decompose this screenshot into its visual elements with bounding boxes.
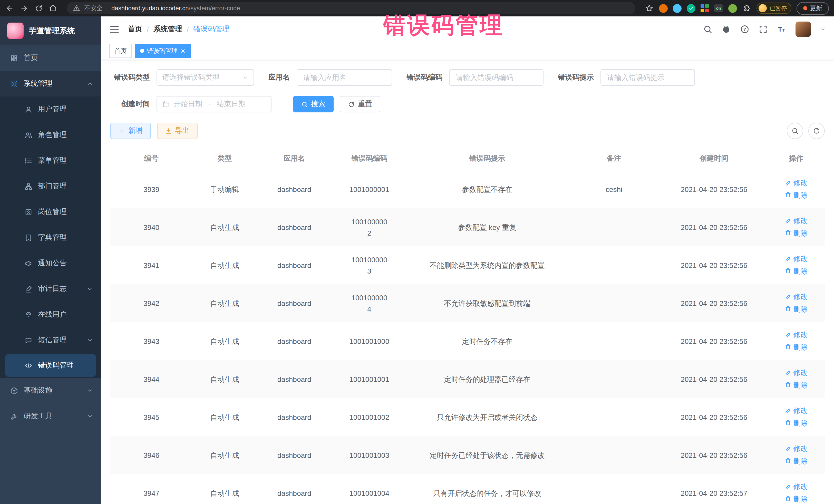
extension-icon-leaf[interactable]: [728, 4, 737, 13]
extension-icon-green[interactable]: [687, 4, 696, 13]
tab-home[interactable]: 首页: [109, 44, 132, 58]
sidebar-item-home[interactable]: 首页: [0, 45, 101, 71]
github-icon[interactable]: [722, 25, 731, 34]
edit-link[interactable]: 修改: [785, 177, 808, 188]
extension-icon-orange[interactable]: [659, 4, 668, 13]
breadcrumb-separator: /: [187, 25, 189, 34]
close-icon[interactable]: [180, 48, 186, 53]
reload-icon[interactable]: [34, 4, 43, 13]
sidebar-item-error-code[interactable]: 错误码管理: [5, 354, 96, 377]
sidebar-logo[interactable]: 芋道管理系统: [0, 17, 101, 45]
table-row: 3940 自动生成 dashboard 1001000002 参数配置 key …: [110, 208, 825, 246]
select-placeholder: 请选择错误码类型: [162, 73, 220, 82]
edit-link[interactable]: 修改: [785, 253, 808, 264]
toggle-search-button[interactable]: [787, 123, 803, 139]
refresh-icon: [348, 101, 355, 108]
search-button[interactable]: 搜索: [293, 96, 334, 112]
edit-link[interactable]: 修改: [785, 443, 808, 454]
error-hint-input[interactable]: [600, 69, 695, 86]
reset-button[interactable]: 重置: [340, 96, 380, 112]
sidebar-item-users[interactable]: 用户管理: [0, 96, 101, 122]
extension-icon-blue[interactable]: [673, 4, 682, 13]
sidebar-item-dictionary[interactable]: 字典管理: [0, 225, 101, 250]
delete-link[interactable]: 删除: [785, 341, 808, 352]
caret-down-icon[interactable]: [820, 26, 826, 32]
trash-icon: [785, 457, 791, 464]
filter-create-time: 创建时间 开始日期 - 结束日期: [110, 96, 271, 112]
hamburger-icon[interactable]: [109, 24, 119, 35]
page-content: 错误码类型 请选择错误码类型 应用名 错误码编码: [101, 60, 834, 504]
edit-icon: [785, 407, 791, 414]
address-bar[interactable]: 不安全 dashboard.yudao.iocoder.cn/system/er…: [67, 2, 635, 14]
chevron-down-icon: [87, 286, 93, 292]
delete-link[interactable]: 删除: [785, 379, 808, 390]
delete-link[interactable]: 删除: [785, 417, 808, 428]
delete-link[interactable]: 删除: [785, 265, 808, 277]
delete-link[interactable]: 删除: [785, 303, 808, 314]
cell-remark: [568, 246, 660, 284]
breadcrumb-home[interactable]: 首页: [128, 25, 142, 34]
sidebar-item-posts[interactable]: 岗位管理: [0, 199, 101, 225]
error-code-input[interactable]: [449, 69, 544, 86]
sidebar-item-roles[interactable]: 角色管理: [0, 122, 101, 148]
help-icon[interactable]: ?: [740, 25, 749, 34]
table-row: 3943 自动生成 dashboard 1001001000 定时任务不存在 2…: [110, 322, 825, 360]
back-icon[interactable]: [5, 4, 14, 13]
profile-paused-badge[interactable]: 已暂停: [756, 3, 791, 14]
extension-icon-dark[interactable]: on: [714, 4, 723, 12]
tab-error-code[interactable]: 错误码管理: [135, 44, 191, 58]
sidebar-item-dev-tools[interactable]: 研发工具: [0, 403, 101, 429]
delete-link[interactable]: 删除: [785, 493, 808, 504]
extension-on-badge: on: [716, 6, 721, 10]
add-button[interactable]: 新增: [110, 123, 151, 139]
cell-type: 自动生成: [193, 246, 257, 284]
home-icon[interactable]: [48, 4, 58, 13]
cell-type: 自动生成: [193, 360, 257, 398]
avatar[interactable]: [795, 22, 811, 37]
date-range-picker[interactable]: 开始日期 - 结束日期: [156, 96, 271, 112]
sidebar-item-online-users[interactable]: 在线用户: [0, 302, 101, 327]
error-type-select[interactable]: 请选择错误码类型: [156, 69, 254, 86]
delete-link[interactable]: 删除: [785, 227, 808, 238]
edit-link[interactable]: 修改: [785, 405, 808, 416]
edit-link[interactable]: 修改: [785, 215, 808, 226]
cell-type: 手动编辑: [193, 170, 257, 208]
export-button[interactable]: 导出: [157, 123, 198, 139]
extensions-puzzle-icon[interactable]: [742, 4, 751, 13]
update-button[interactable]: 更新: [796, 2, 829, 15]
sidebar-item-departments[interactable]: 部门管理: [0, 174, 101, 199]
sidebar-item-sms[interactable]: 短信管理: [0, 327, 101, 353]
app-name-input[interactable]: [297, 69, 392, 86]
refresh-table-button[interactable]: [808, 123, 825, 139]
sidebar-item-label: 系统管理: [24, 79, 52, 88]
bookmark-star-icon[interactable]: [644, 4, 654, 13]
trash-icon: [785, 381, 791, 388]
edit-link[interactable]: 修改: [785, 481, 808, 492]
delete-link[interactable]: 删除: [785, 189, 808, 200]
table-header-row: 编号 类型 应用名 错误码编码 错误码提示 备注 创建时间 操作: [110, 147, 825, 170]
chevron-up-icon: [87, 81, 93, 87]
edit-link[interactable]: 修改: [785, 291, 808, 302]
cell-actions: 修改删除: [768, 474, 825, 504]
sidebar-item-menus[interactable]: 菜单管理: [0, 148, 101, 174]
cell-actions: 修改删除: [768, 436, 825, 474]
search-icon[interactable]: [703, 25, 712, 34]
edit-link[interactable]: 修改: [785, 329, 808, 340]
forward-icon[interactable]: [20, 4, 29, 13]
sidebar-item-infrastructure[interactable]: 基础设施: [0, 378, 101, 403]
breadcrumb-system[interactable]: 系统管理: [153, 25, 182, 34]
font-size-icon[interactable]: TT: [777, 25, 786, 34]
filter-error-hint: 错误码提示: [558, 69, 695, 86]
edit-link[interactable]: 修改: [785, 367, 808, 378]
screen: 不安全 dashboard.yudao.iocoder.cn/system/er…: [0, 0, 834, 504]
sidebar-item-system[interactable]: 系统管理: [0, 71, 101, 96]
sidebar-item-notices[interactable]: 通知公告: [0, 250, 101, 276]
address-separator: [107, 5, 107, 12]
extension-icon-grid[interactable]: [701, 4, 709, 12]
cell-id: 3943: [110, 322, 193, 360]
sidebar-item-audit-log[interactable]: 审计日志: [0, 276, 101, 302]
edit-icon: [785, 255, 791, 262]
book-icon: [25, 234, 32, 241]
fullscreen-icon[interactable]: [759, 25, 768, 34]
delete-link[interactable]: 删除: [785, 455, 808, 466]
